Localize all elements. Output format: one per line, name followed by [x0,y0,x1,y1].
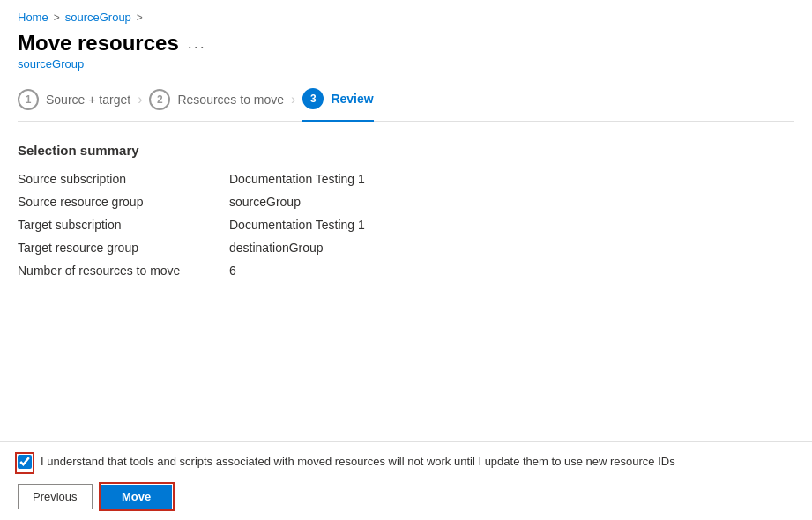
value-target-sub: Documentation Testing 1 [229,218,794,232]
step-divider-2: › [291,92,295,118]
step-3-circle: 3 [302,88,324,109]
step-3[interactable]: 3 Review [302,88,373,122]
label-target-sub: Target subscription [18,218,212,232]
page-title: Move resources [18,31,179,56]
step-2[interactable]: 2 Resources to move [149,89,284,121]
step-1[interactable]: 1 Source + target [18,89,130,121]
move-button-wrapper: Move [101,485,172,509]
value-source-rg: sourceGroup [229,195,794,209]
understand-checkbox[interactable] [18,455,32,469]
move-button[interactable]: Move [101,485,172,509]
label-num-resources: Number of resources to move [18,264,212,278]
breadcrumb-home[interactable]: Home [18,11,48,24]
value-num-resources: 6 [229,264,794,278]
more-options-button[interactable]: ... [188,34,206,53]
label-target-rg: Target resource group [18,241,212,255]
step-1-label: Source + target [46,93,130,107]
steps-container: 1 Source + target › 2 Resources to move … [18,88,794,122]
value-source-sub: Documentation Testing 1 [229,172,794,186]
summary-table: Source subscription Documentation Testin… [18,172,794,278]
step-divider-1: › [138,92,142,118]
section-title: Selection summary [18,143,794,158]
step-2-label: Resources to move [177,93,284,107]
label-source-rg: Source resource group [18,195,212,209]
breadcrumb-group[interactable]: sourceGroup [65,11,131,24]
step-3-label: Review [331,92,373,106]
page-container: Home > sourceGroup > Move resources ... … [0,0,812,520]
subtitle[interactable]: sourceGroup [18,57,794,71]
bottom-bar: I understand that tools and scripts asso… [0,441,812,520]
main-content: Home > sourceGroup > Move resources ... … [0,0,812,441]
breadcrumb: Home > sourceGroup > [18,11,794,24]
understand-text: I understand that tools and scripts asso… [41,454,675,470]
checkbox-row: I understand that tools and scripts asso… [18,454,794,472]
step-2-circle: 2 [149,89,170,110]
label-source-sub: Source subscription [18,172,212,186]
understand-checkbox-wrapper [18,455,32,472]
step-1-circle: 1 [18,89,39,110]
breadcrumb-sep-1: > [54,11,60,24]
value-target-rg: destinationGroup [229,241,794,255]
title-row: Move resources ... [18,31,794,56]
breadcrumb-sep-2: > [137,11,143,24]
previous-button[interactable]: Previous [18,484,93,509]
action-buttons: Previous Move [18,484,794,509]
